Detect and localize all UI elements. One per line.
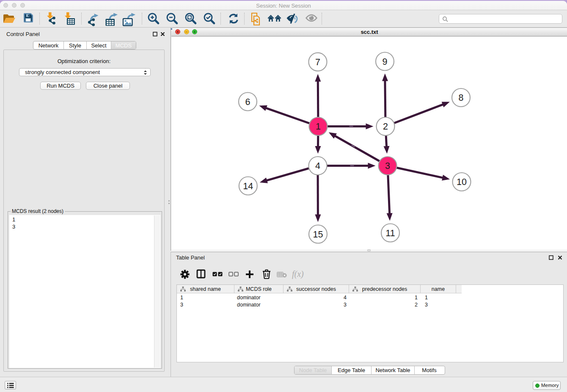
svg-text:9: 9 (383, 57, 388, 67)
svg-text:4: 4 (315, 161, 320, 171)
svg-text:8: 8 (459, 93, 464, 103)
svg-text:11: 11 (385, 228, 395, 238)
svg-text:1: 1 (316, 121, 321, 132)
svg-text:14: 14 (243, 181, 253, 191)
svg-text:2: 2 (383, 121, 388, 132)
svg-text:10: 10 (457, 177, 467, 187)
svg-text:15: 15 (313, 229, 323, 240)
svg-text:6: 6 (245, 97, 250, 107)
svg-text:3: 3 (385, 161, 390, 171)
svg-text:7: 7 (315, 57, 320, 67)
